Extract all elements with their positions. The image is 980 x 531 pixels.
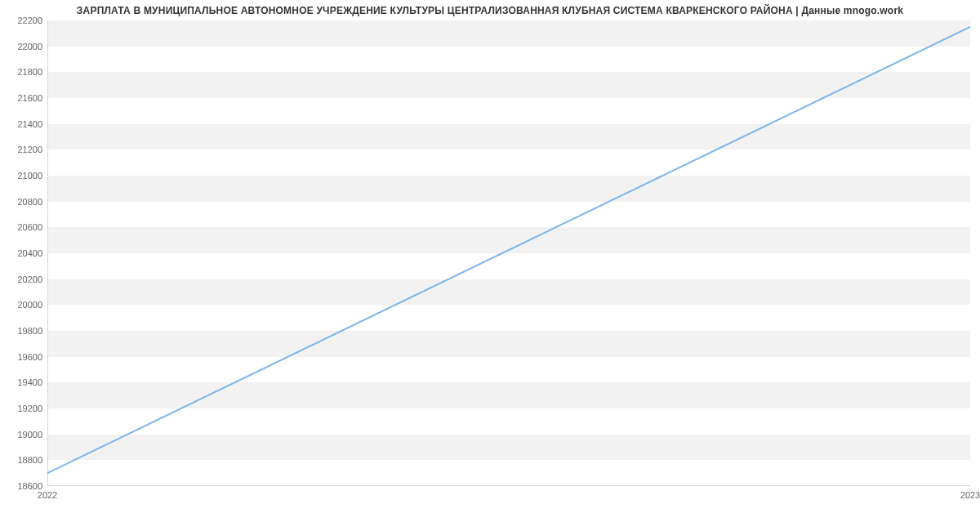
y-tick-label: 19400 xyxy=(3,377,42,387)
y-tick-label: 21400 xyxy=(3,119,42,129)
svg-line-0 xyxy=(47,27,970,473)
y-tick-label: 21200 xyxy=(3,145,42,154)
y-tick-label: 18800 xyxy=(3,455,42,465)
y-tick-label: 21600 xyxy=(3,93,42,103)
y-tick-label: 22000 xyxy=(3,42,42,51)
y-tick-label: 19800 xyxy=(3,326,42,336)
y-tick-label: 20400 xyxy=(3,248,42,258)
y-tick-label: 22200 xyxy=(3,16,42,25)
y-tick-label: 19600 xyxy=(3,352,42,362)
y-tick-label: 20800 xyxy=(3,197,42,207)
y-tick-label: 21800 xyxy=(3,67,42,77)
data-series-line xyxy=(47,20,970,486)
y-tick-label: 19200 xyxy=(3,404,42,413)
y-tick-label: 20600 xyxy=(3,222,42,232)
chart-title: ЗАРПЛАТА В МУНИЦИПАЛЬНОЕ АВТОНОМНОЕ УЧРЕ… xyxy=(0,5,980,16)
x-tick-label: 2022 xyxy=(38,490,57,500)
y-tick-label: 19000 xyxy=(3,430,42,440)
y-tick-label: 21000 xyxy=(3,171,42,181)
y-tick-label: 20000 xyxy=(3,300,42,310)
x-tick-label: 2023 xyxy=(960,490,980,500)
plot-area xyxy=(47,20,970,486)
y-tick-label: 20200 xyxy=(3,274,42,284)
